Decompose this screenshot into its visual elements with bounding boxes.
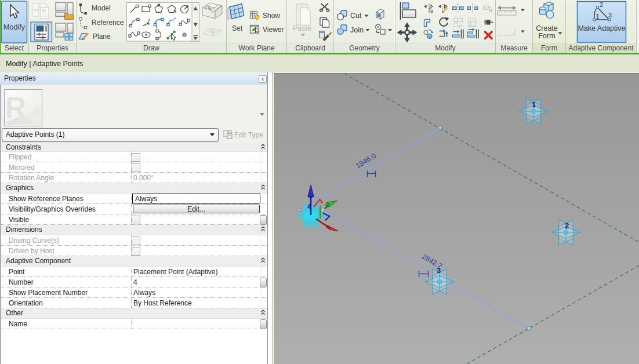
svg-text:1: 1 [596,13,600,20]
svg-text:Viewer: Viewer [263,26,284,34]
svg-text:Modify: Modify [3,23,26,31]
svg-text:Set: Set [232,24,243,32]
svg-text:Create: Create [536,24,558,32]
svg-text:Cut: Cut [350,12,362,20]
svg-text:Plane: Plane [93,32,111,41]
svg-text:Form: Form [538,32,555,40]
svg-text:2: 2 [565,221,569,230]
svg-text:Paste: Paste [293,24,311,32]
svg-text:1: 1 [532,100,536,109]
svg-text:P: P [459,24,462,29]
svg-text:Model: Model [92,4,111,12]
svg-text:Make Adaptive: Make Adaptive [578,24,626,32]
svg-text:3: 3 [437,267,441,275]
svg-text:Join: Join [350,26,364,34]
svg-text:Show: Show [263,12,280,20]
svg-text:Reference: Reference [92,19,124,27]
svg-text:3: 3 [608,12,612,19]
svg-text:2: 2 [600,1,603,8]
